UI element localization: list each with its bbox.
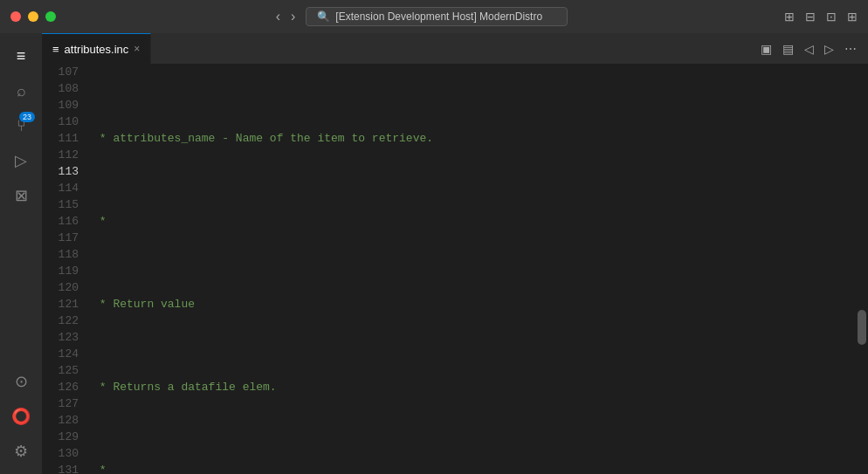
line-numbers: 107 108 109 110 111 112 113 114 115 116 … [42, 64, 86, 474]
titlebar-right-icons: ⊞ ⊟ ⊡ ⊞ [784, 10, 858, 24]
toggle-sidebar-button[interactable]: ▣ [756, 40, 776, 58]
sidebar-item-settings[interactable]: ⚙ [5, 436, 37, 467]
table-row: * [86, 213, 868, 230]
sidebar-item-extensions[interactable]: ⊠ [5, 180, 37, 211]
extensions-icon: ⊠ [15, 186, 28, 205]
table-row: * Return value [86, 296, 868, 313]
minimize-button[interactable] [28, 11, 38, 22]
tab-close-button[interactable]: × [134, 43, 140, 55]
tab-filename: attributes.inc [65, 43, 129, 56]
titlebar-search-box[interactable]: 🔍 [Extension Development Host] ModernDis… [306, 7, 568, 26]
source-control-badge: 23 [19, 112, 35, 122]
search-icon: 🔍 [317, 10, 330, 23]
run-icon: ▷ [15, 151, 27, 170]
titlebar-search-text: [Extension Development Host] ModernDistr… [335, 10, 542, 23]
titlebar-center: ‹ › 🔍 [Extension Development Host] Moder… [272, 7, 568, 26]
remote-icon: ⊙ [15, 372, 28, 391]
line-content: * attributes_name - Name of the item to … [89, 130, 868, 147]
more-actions-button[interactable]: ⋯ [840, 40, 861, 58]
sidebar-item-source-control[interactable]: ⑂ 23 [5, 110, 37, 141]
navigation-buttons[interactable]: ‹ › [272, 7, 300, 26]
settings-icon: ⚙ [14, 442, 28, 461]
activity-bottom: ⊙ ⭕ ⚙ [5, 366, 37, 474]
sidebar-item-accounts[interactable]: ⭕ [5, 401, 37, 432]
nav-back-button[interactable]: ‹ [272, 7, 284, 26]
sidebar-item-search[interactable]: ⌕ [5, 75, 37, 106]
code-editor[interactable]: 107 108 109 110 111 112 113 114 115 116 … [42, 64, 868, 474]
code-content: * attributes_name - Name of the item to … [86, 64, 868, 474]
accounts-icon: ⭕ [11, 407, 31, 426]
layout-icon-2[interactable]: ⊟ [805, 10, 816, 24]
table-row: * [86, 462, 868, 474]
step-back-button[interactable]: ◁ [800, 40, 818, 58]
layout-icon-4[interactable]: ⊞ [847, 10, 858, 24]
maximize-button[interactable] [45, 11, 56, 22]
files-icon: ≡ [17, 47, 26, 65]
line-content: * Return value [89, 296, 868, 313]
line-content: * [89, 213, 868, 230]
main-layout: ≡ ⌕ ⑂ 23 ▷ ⊠ ⊙ ⭕ ⚙ [0, 33, 868, 474]
editor-area: ≡ attributes.inc × ▣ ▤ ◁ ▷ ⋯ 107 108 109… [42, 33, 868, 474]
code-lines: * attributes_name - Name of the item to … [86, 64, 868, 474]
close-button[interactable] [10, 11, 21, 22]
activity-bar: ≡ ⌕ ⑂ 23 ▷ ⊠ ⊙ ⭕ ⚙ [0, 33, 42, 474]
layout-icon-1[interactable]: ⊞ [784, 10, 795, 24]
nav-forward-button[interactable]: › [287, 7, 299, 26]
sidebar-item-explorer[interactable]: ≡ [5, 40, 37, 72]
line-content: * [89, 462, 868, 474]
table-row: * attributes_name - Name of the item to … [86, 130, 868, 147]
scrollbar-thumb[interactable] [858, 310, 866, 345]
sidebar-item-remote[interactable]: ⊙ [5, 366, 37, 397]
table-row: * Returns a datafile elem. [86, 379, 868, 395]
toggle-panel-button[interactable]: ▤ [778, 40, 798, 58]
layout-icon-3[interactable]: ⊡ [826, 10, 837, 24]
tab-bar: ≡ attributes.inc × ▣ ▤ ◁ ▷ ⋯ [42, 33, 868, 64]
line-content: * Returns a datafile elem. [89, 379, 868, 395]
titlebar: ‹ › 🔍 [Extension Development Host] Moder… [0, 0, 868, 33]
scrollbar-track[interactable] [856, 64, 868, 474]
tab-icon: ≡ [52, 43, 59, 56]
tab-attributes-inc[interactable]: ≡ attributes.inc × [42, 33, 151, 64]
search-icon: ⌕ [17, 82, 26, 100]
traffic-lights[interactable] [10, 11, 56, 22]
sidebar-item-run[interactable]: ▷ [5, 145, 37, 176]
step-forward-button[interactable]: ▷ [820, 40, 838, 58]
tab-bar-actions: ▣ ▤ ◁ ▷ ⋯ [749, 33, 868, 64]
